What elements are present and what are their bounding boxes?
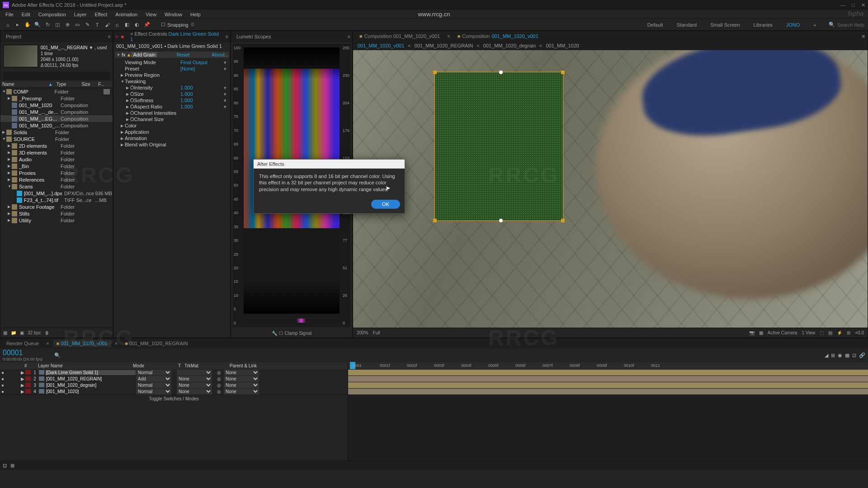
menu-animation[interactable]: Animation [113,12,140,17]
ws-jono[interactable]: JONO [782,21,805,28]
grain-preview-box[interactable] [434,72,563,221]
timeline-layer[interactable]: ●▶4[001_MM_1020]NormalNone◎None [0,388,348,394]
camera-tool-icon[interactable]: ◫ [53,21,61,29]
flow-1[interactable]: 001_MM_1020_REGRAIN [415,43,473,48]
pixel-aspect-icon[interactable]: ▤ [828,330,832,335]
project-item[interactable]: ▶ReferencesFolder [0,176,113,183]
hand-tool-icon[interactable]: ✋ [24,21,32,29]
ec-prop[interactable]: ▶Ö Aspect Ratio1.000▾ [113,103,230,110]
link-icon[interactable]: 🔗 [859,352,865,358]
time-ruler[interactable]: 00010001f0002f0003f0004f0005f0006f0007f0… [348,362,868,369]
tl-tab-render[interactable]: Render Queue [3,340,42,347]
layer-bar[interactable] [348,369,868,375]
project-tab[interactable]: Project [2,33,25,40]
project-item[interactable]: ▶AudioFolder [0,156,113,163]
ec-marker-icon[interactable]: ■ [121,34,124,39]
timeline-layer[interactable]: ●▶1[Dark Lime Green Solid 1]Normal◎None [0,369,348,375]
fast-preview-icon[interactable]: ⚡ [837,330,842,335]
shape-tool-icon[interactable]: ▭ [73,21,81,29]
ec-prop[interactable]: ▶Animation [113,135,230,141]
current-time[interactable]: 00001 [3,349,42,357]
ok-button[interactable]: OK [371,200,400,209]
ec-fx-header[interactable]: ▼ fx ▲ Add Grain Reset About... [114,51,229,58]
shy-icon[interactable]: ◢ [825,352,828,358]
selection-tool-icon[interactable]: ▸ [14,21,22,29]
close-icon[interactable]: ✕ [861,2,865,8]
ec-tab[interactable]: × Effect Controls Dark Lime Green Solid … [127,30,222,43]
pen-tool-icon[interactable]: ✎ [83,21,91,29]
menu-window[interactable]: Window [162,12,185,17]
tl-search-icon[interactable]: 🔍 [54,352,61,358]
roto-tool-icon[interactable]: ◐ [133,21,141,29]
project-item[interactable]: ▶_BinFolder [0,163,113,169]
project-item[interactable]: 001_MM_...EGRAINComposition [0,115,113,122]
col-trkmat[interactable]: TrkMat [183,363,228,368]
exposure-icon[interactable]: +0.0 [855,330,864,335]
transparency-icon[interactable]: ▦ [759,330,763,335]
ec-prop[interactable]: ▶Preview Region [113,72,230,78]
new-folder-icon[interactable]: 📁 [11,330,16,335]
fx-about[interactable]: About... [212,52,229,57]
menu-help[interactable]: Help [188,12,203,17]
project-item[interactable]: ▶Source FootageFolder [0,203,113,210]
ws-default[interactable]: Default [643,21,668,28]
timeline-layer[interactable]: ●▶3[001_MM_1020_degrain]NormalNone◎None [0,382,348,388]
timeline-layer[interactable]: ●▶2[001_MM_1020_REGRAIN]AddNone◎None [0,375,348,382]
ec-prop[interactable]: ▶Blend with Original [113,141,230,148]
frame-blend-icon[interactable]: ⊞ [831,352,835,358]
fx-reset[interactable]: Reset [177,52,190,57]
layer-bar[interactable] [348,388,868,394]
ws-libraries[interactable]: Libraries [749,21,777,28]
ec-prop[interactable]: ▶Application [113,129,230,135]
col-mode[interactable]: Mode [131,363,176,368]
col-size[interactable]: Size [81,82,98,87]
project-item[interactable]: ▼COMPFolder [0,88,113,95]
interpret-icon[interactable]: ▦ [3,330,7,335]
type-tool-icon[interactable]: T [93,21,101,29]
flow-0[interactable]: 001_MM_1020_v001 [358,43,404,48]
viewer[interactable] [353,50,868,328]
menu-view[interactable]: View [143,12,159,17]
ec-prop[interactable]: ▶Ö Size1.000▾ [113,91,230,97]
draft3d-icon[interactable]: ⊡ [852,352,856,358]
tl-tab-comp2[interactable]: ■ 001_MM_1020_REGRAIN [121,340,191,347]
col-name[interactable]: Name [2,82,48,87]
ws-small-screen[interactable]: Small Screen [706,21,744,28]
timeline-icon[interactable]: ⊞ [847,330,850,335]
ec-close-icon[interactable]: × [115,34,118,39]
ec-props[interactable]: Viewing ModeFinal Output▾Preset[None]▾▶P… [113,59,230,148]
col-layer-name[interactable]: Layer Name [36,363,131,368]
res-dropdown[interactable]: Full [373,330,380,335]
project-item[interactable]: ▶3D elementsFolder [0,149,113,156]
menu-edit[interactable]: Edit [19,12,33,17]
menu-composition[interactable]: Composition [36,12,69,17]
minimize-icon[interactable]: — [840,2,845,8]
project-item[interactable]: ▶_PrecompFolder [0,95,113,102]
layer-bar[interactable] [348,375,868,382]
project-item[interactable]: ▶ProxiesFolder [0,169,113,176]
project-item[interactable]: [001_MM_...].dpxDPX/Cin..nce936 MB [0,190,113,197]
flow-3[interactable]: 001_MM_1020 [546,43,579,48]
motion-blur-icon[interactable]: ◉ [838,352,842,358]
pan-behind-tool-icon[interactable]: ⊕ [63,21,71,29]
menu-layer[interactable]: Layer [71,12,90,17]
ec-prop[interactable]: ▶Ö Channel Size [113,116,230,122]
comp-tab-1[interactable]: ■ Composition 001_MM_1020_v001 [356,33,443,40]
comp-menu-icon[interactable]: ≡ [862,33,865,39]
project-item[interactable]: F23_4_t...74].tifTIFF Se...ce...MB [0,197,113,203]
scope-settings-icon[interactable]: 🔧 [272,331,277,336]
zoom-dropdown[interactable]: 200% [357,330,368,335]
active-camera[interactable]: Active Camera [768,330,797,335]
ec-prop[interactable]: ▶Ö Intensity1.000▾ [113,84,230,91]
ec-menu-icon[interactable]: ≡ [226,34,228,39]
project-item[interactable]: ▶StillsFolder [0,210,113,217]
ec-prop[interactable]: ▼Tweaking [113,78,230,84]
ws-standard[interactable]: Standard [672,21,702,28]
graph-editor-icon[interactable]: ▦ [845,352,849,358]
project-search[interactable] [3,72,110,80]
col-type[interactable]: Type [57,82,82,87]
project-tree[interactable]: ▼COMPFolder▶_PrecompFolder001_MM_1020Com… [0,88,113,328]
3d-icon[interactable]: ⬚ [820,330,824,335]
ec-prop[interactable]: ▶Ö Softness1.000▾ [113,97,230,103]
eraser-tool-icon[interactable]: ◧ [123,21,131,29]
